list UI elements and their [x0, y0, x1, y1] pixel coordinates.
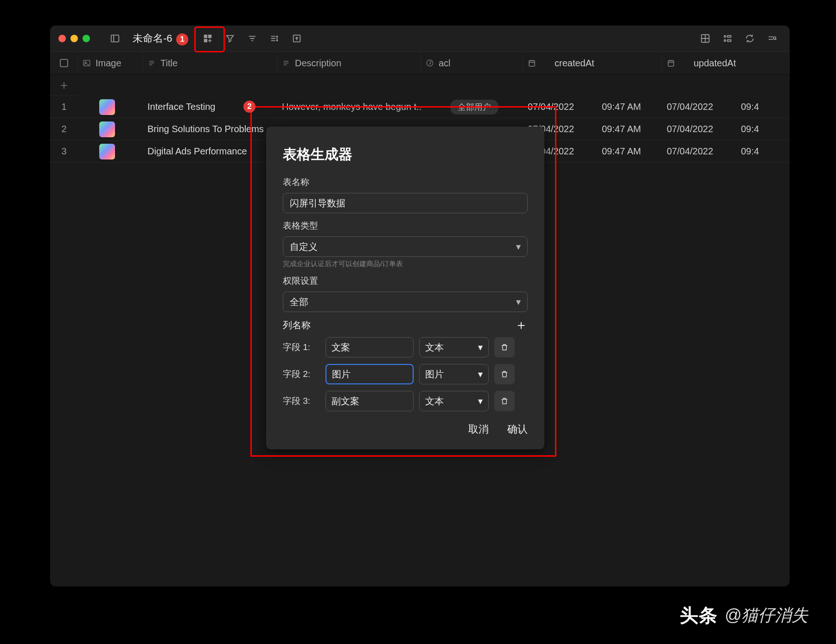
field-name-input[interactable]: 图片 [325, 364, 414, 384]
columns-label: 列名称 [283, 319, 311, 332]
row-index: 3 [50, 146, 78, 157]
cell-image[interactable] [78, 99, 143, 115]
thumbnail-icon [99, 144, 115, 159]
field-name-input[interactable]: 文案 [325, 337, 414, 357]
svg-rect-4 [204, 39, 207, 42]
table-type-hint: 完成企业认证后才可以创建商品/订单表 [283, 260, 528, 268]
field-label: 字段 3: [283, 395, 320, 407]
svg-point-17 [724, 40, 726, 42]
header-createdat-label: createdAt [555, 58, 594, 69]
cell-description[interactable]: However, monkeys have begun t... [277, 102, 421, 112]
table-name-label: 表名称 [283, 176, 528, 188]
cell-createdat[interactable]: 07/04/202209:47 AM [523, 102, 662, 112]
delete-field-button[interactable] [494, 337, 515, 357]
annotation-badge-2: 2 [243, 101, 255, 113]
cell-updatedat[interactable]: 07/04/202209:4 [662, 102, 790, 112]
svg-rect-3 [208, 35, 211, 38]
field-label: 字段 1: [283, 341, 320, 353]
search-settings-button[interactable] [763, 29, 781, 48]
perm-label: 权限设置 [283, 275, 528, 287]
field-type-select[interactable]: 文本▾ [419, 391, 489, 411]
table-name-input[interactable]: 闪屏引导数据 [283, 193, 528, 213]
svg-rect-0 [111, 35, 119, 42]
field-label: 字段 2: [283, 368, 320, 380]
table-header: Image Title Description acl createdAt up… [50, 51, 790, 75]
cell-image[interactable] [78, 121, 143, 137]
modal-actions: 取消 确认 [283, 422, 528, 436]
field-row: 字段 3:副文案文本▾ [283, 391, 528, 411]
field-type-select[interactable]: 文本▾ [419, 337, 489, 357]
cell-title[interactable]: Digital Ads Performance [143, 146, 277, 157]
cell-updatedat[interactable]: 07/04/202209:4 [662, 146, 790, 157]
cancel-button[interactable]: 取消 [468, 422, 489, 436]
close-window-button[interactable] [58, 35, 66, 42]
svg-line-22 [775, 39, 776, 40]
perm-value: 全部 [290, 296, 308, 308]
annotation-badge-1: 1 [176, 33, 188, 45]
minimize-window-button[interactable] [70, 35, 78, 42]
watermark-author: @猫仔消失 [724, 604, 808, 627]
header-createdat[interactable]: createdAt [523, 52, 662, 74]
chevron-down-icon: ▾ [516, 241, 521, 252]
upload-button[interactable] [287, 29, 306, 48]
filter-lines-button[interactable] [243, 29, 262, 48]
window-controls [58, 35, 90, 42]
field-name-input[interactable]: 副文案 [325, 391, 414, 411]
table-name-value: 闪屏引导数据 [290, 197, 345, 210]
header-image-label: Image [96, 58, 121, 69]
table-type-label: 表格类型 [283, 220, 528, 232]
header-checkbox-cell[interactable] [50, 52, 78, 74]
header-updatedat-label: updatedAt [694, 58, 736, 69]
header-description-label: Description [295, 58, 341, 69]
header-acl-label: acl [439, 58, 451, 69]
chevron-down-icon: ▾ [478, 395, 483, 407]
cell-image[interactable] [78, 144, 143, 159]
watermark-brand: 头条 [680, 603, 718, 628]
titlebar: 未命名-6 [50, 26, 790, 51]
modal-title: 表格生成器 [283, 145, 528, 164]
add-column-button[interactable]: ＋ [515, 319, 528, 332]
refresh-button[interactable] [740, 29, 759, 48]
delete-field-button[interactable] [494, 364, 515, 384]
svg-rect-2 [204, 35, 207, 38]
chevron-down-icon: ▾ [478, 369, 483, 380]
cell-updatedat[interactable]: 07/04/202209:4 [662, 124, 790, 134]
chevron-down-icon: ▾ [478, 342, 483, 353]
header-acl[interactable]: acl [421, 52, 523, 74]
delete-field-button[interactable] [494, 391, 515, 411]
header-title[interactable]: Title [143, 52, 277, 74]
select-all-checkbox[interactable] [60, 59, 68, 67]
table-row[interactable]: 1Interface TestingHowever, monkeys have … [50, 96, 790, 118]
relation-button[interactable] [718, 29, 737, 48]
header-updatedat[interactable]: updatedAt [662, 52, 790, 74]
field-row: 字段 1:文案文本▾ [283, 337, 528, 357]
row-index: 1 [50, 102, 78, 112]
cell-title[interactable]: Interface Testing [143, 102, 277, 112]
cell-title[interactable]: Bring Solutions To Problems [143, 124, 277, 134]
confirm-button[interactable]: 确认 [507, 422, 528, 436]
svg-rect-18 [728, 40, 731, 42]
header-image[interactable]: Image [78, 52, 143, 74]
header-description[interactable]: Description [277, 52, 421, 74]
table-type-select[interactable]: 自定义 ▾ [283, 236, 528, 257]
maximize-window-button[interactable] [83, 35, 90, 42]
svg-rect-32 [529, 61, 535, 66]
table-type-value: 自定义 [290, 241, 318, 253]
sort-button[interactable] [265, 29, 284, 48]
acl-pill: 全部用户 [450, 100, 498, 115]
field-type-select[interactable]: 图片▾ [419, 364, 489, 384]
row-index: 2 [50, 124, 78, 134]
filter-button[interactable] [221, 29, 239, 48]
app-window: 未命名-6 [50, 26, 790, 587]
sidebar-toggle-button[interactable] [106, 29, 124, 48]
add-row-button[interactable]: ＋ [50, 75, 78, 96]
perm-select[interactable]: 全部 ▾ [283, 292, 528, 312]
field-row: 字段 2:图片图片▾ [283, 364, 528, 384]
cell-acl[interactable]: 全部用户 [421, 100, 523, 115]
svg-rect-36 [668, 61, 674, 66]
svg-point-15 [724, 36, 726, 38]
thumbnail-icon [99, 121, 115, 137]
layout-button[interactable] [696, 29, 715, 48]
table-generator-button[interactable] [198, 29, 217, 48]
header-title-label: Title [160, 58, 178, 69]
